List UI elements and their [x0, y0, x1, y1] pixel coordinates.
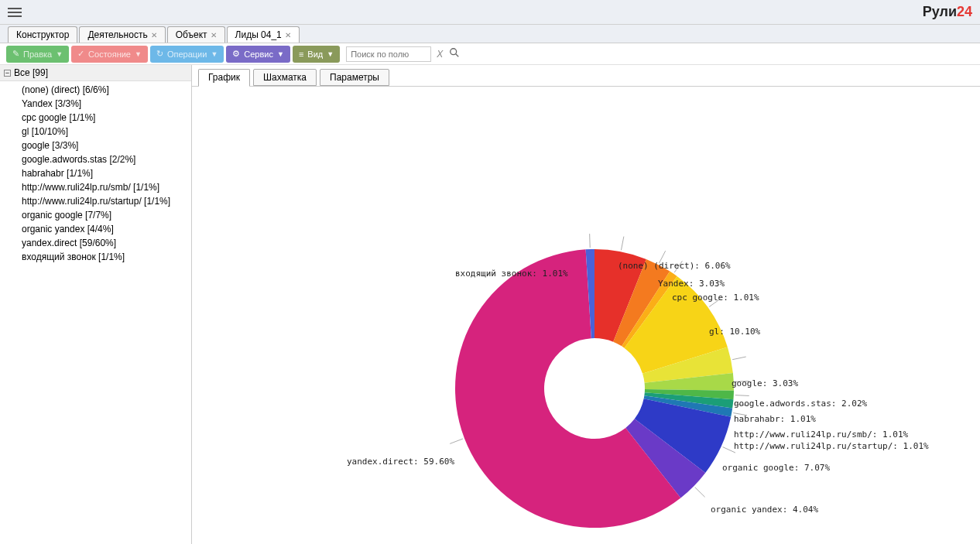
tree-item[interactable]: gl [10/10%] [22, 125, 191, 139]
tab-params[interactable]: Параметры [320, 69, 389, 86]
tab-1[interactable]: Деятельность✕ [79, 26, 165, 43]
tab-2[interactable]: Объект✕ [167, 26, 225, 43]
chart-label: http://www.ruli24lp.ru/startup/: 1.01% [734, 441, 929, 451]
chart-label: yandex.direct: 59.60% [347, 457, 454, 467]
tree-root[interactable]: − Все [99] [0, 65, 191, 81]
tab-chess[interactable]: Шахматка [253, 69, 317, 86]
chart-label: Yandex: 3.03% [658, 279, 725, 289]
svg-point-0 [451, 49, 457, 55]
tree-item[interactable]: входящий звонок [1/1%] [22, 250, 191, 264]
sub-tabs: График Шахматка Параметры [192, 65, 980, 87]
chart-label: google: 3.03% [732, 378, 798, 388]
chart-label: organic google: 7.07% [722, 463, 830, 473]
chevron-down-icon: ▼ [277, 50, 284, 58]
clear-search-icon[interactable]: X [437, 49, 443, 60]
toolbar: ✎ Правка ▼ ✓ Состояние ▼ ↻ Операции ▼ ⚙ … [0, 43, 980, 65]
check-icon: ✓ [77, 49, 84, 59]
chevron-down-icon: ▼ [327, 50, 334, 58]
tab-0[interactable]: Конструктор [8, 26, 77, 43]
edit-icon: ✎ [12, 49, 19, 59]
tree-item[interactable]: cpc google [1/1%] [22, 111, 191, 125]
tab-chart[interactable]: График [198, 69, 250, 87]
tree-item[interactable]: Yandex [3/3%] [22, 97, 191, 111]
chevron-down-icon: ▼ [135, 50, 142, 58]
close-tab-icon[interactable]: ✕ [285, 31, 291, 39]
chart-label: (none) (direct): 6.06% [618, 261, 731, 271]
svg-line-2 [621, 237, 623, 251]
chart-label: gl: 10.10% [709, 327, 760, 337]
close-tab-icon[interactable]: ✕ [151, 31, 157, 39]
svg-line-6 [732, 357, 746, 360]
sidebar-tree: − Все [99] (none) (direct) [6/6%]Yandex … [0, 65, 192, 544]
tree-item[interactable]: yandex.direct [59/60%] [22, 236, 191, 250]
refresh-icon: ↻ [156, 49, 163, 59]
collapse-icon[interactable]: − [4, 70, 11, 77]
svg-line-8 [735, 395, 749, 396]
chart-label: google.adwords.stas: 2.02% [734, 399, 867, 409]
chart-label: organic yandex: 4.04% [711, 505, 818, 515]
chevron-down-icon: ▼ [56, 50, 63, 58]
tree-item[interactable]: http://www.ruli24lp.ru/smb/ [1/1%] [22, 180, 191, 194]
svg-line-1 [456, 54, 459, 57]
svg-line-14 [590, 234, 591, 248]
gear-icon: ⚙ [232, 49, 240, 59]
tree-item[interactable]: (none) (direct) [6/6%] [22, 83, 191, 97]
svg-line-12 [695, 488, 705, 498]
chart-label: http://www.ruli24lp.ru/smb/: 1.01% [734, 429, 908, 440]
svg-line-13 [450, 439, 463, 443]
edit-button[interactable]: ✎ Правка ▼ [6, 46, 69, 63]
brand-logo: Рули24 [923, 4, 972, 20]
chart-label: habrahabr: 1.01% [734, 414, 816, 424]
search-input[interactable] [346, 46, 431, 62]
list-icon: ≡ [299, 50, 303, 59]
state-button[interactable]: ✓ Состояние ▼ [71, 46, 148, 63]
tree-item[interactable]: habrahabr [1/1%] [22, 166, 191, 180]
search-icon[interactable] [449, 47, 460, 60]
tree-item[interactable]: google.adwords.stas [2/2%] [22, 152, 191, 166]
close-tab-icon[interactable]: ✕ [211, 31, 217, 39]
tree-item[interactable]: organic yandex [4/4%] [22, 222, 191, 236]
view-button[interactable]: ≡ Вид ▼ [293, 46, 340, 63]
chart-label: входящий звонок: 1.01% [455, 269, 568, 279]
service-button[interactable]: ⚙ Сервис ▼ [226, 46, 290, 63]
chart-area: (none) (direct): 6.06%Yandex: 3.03%cpc g… [192, 87, 980, 544]
operations-button[interactable]: ↻ Операции ▼ [150, 46, 224, 63]
tab-3[interactable]: Лиды 04_1✕ [227, 26, 300, 43]
menu-icon[interactable] [8, 5, 22, 19]
tree-item[interactable]: organic google [7/7%] [22, 208, 191, 222]
chart-label: cpc google: 1.01% [672, 293, 759, 303]
tree-item[interactable]: http://www.ruli24lp.ru/startup/ [1/1%] [22, 194, 191, 208]
tree-item[interactable]: google [3/3%] [22, 139, 191, 152]
chevron-down-icon: ▼ [211, 50, 218, 58]
main-tabs: КонструкторДеятельность✕Объект✕Лиды 04_1… [0, 25, 980, 43]
